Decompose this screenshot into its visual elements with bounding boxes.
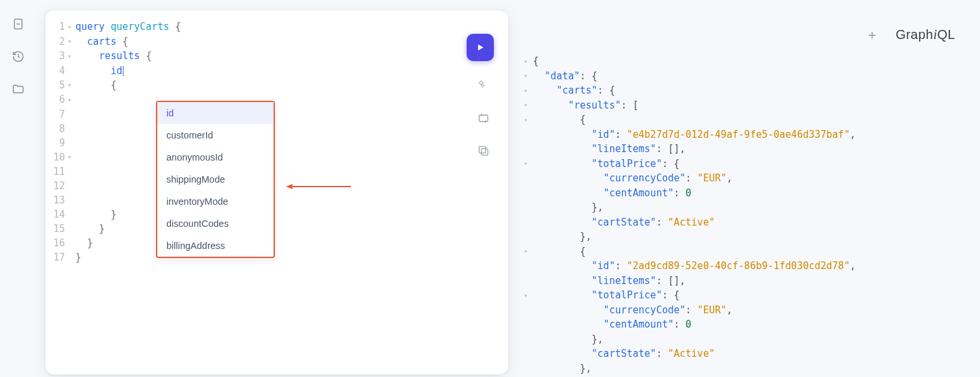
main-area: 1▾query queryCarts {2▾ carts {3▾ results…: [36, 0, 980, 377]
graphiql-logo: GraphiQL: [896, 27, 955, 42]
folder-icon[interactable]: [11, 82, 25, 96]
query-editor[interactable]: 1▾query queryCarts {2▾ carts {3▾ results…: [45, 20, 508, 265]
merge-icon[interactable]: [477, 112, 490, 125]
svg-rect-2: [479, 115, 487, 122]
prettify-icon[interactable]: [477, 79, 490, 92]
docs-icon[interactable]: [11, 17, 25, 31]
svg-rect-5: [482, 149, 488, 155]
autocomplete-popup[interactable]: idcustomerIdanonymousIdshippingModeinven…: [156, 101, 275, 258]
autocomplete-item[interactable]: shippingMode: [157, 168, 274, 190]
response-json-viewer[interactable]: ▾{▾ "data": {▾ "carts": {▾ "results": [▾…: [524, 54, 974, 376]
left-icon-rail: [0, 0, 36, 377]
editor-tool-column: [477, 79, 490, 157]
autocomplete-item[interactable]: billingAddress: [157, 235, 274, 257]
autocomplete-item[interactable]: inventoryMode: [157, 190, 274, 213]
autocomplete-item[interactable]: customerId: [157, 124, 274, 146]
autocomplete-item[interactable]: anonymousId: [157, 146, 274, 168]
svg-marker-8: [286, 184, 292, 189]
response-panel: ＋ GraphiQL ▾{▾ "data": {▾ "carts": {▾ "r…: [508, 10, 980, 377]
history-icon[interactable]: [11, 49, 25, 64]
query-editor-panel: 1▾query queryCarts {2▾ carts {3▾ results…: [45, 10, 508, 374]
new-tab-button[interactable]: ＋: [860, 23, 884, 46]
execute-query-button[interactable]: [467, 34, 494, 61]
copy-icon[interactable]: [477, 144, 490, 157]
play-icon: [475, 42, 485, 53]
autocomplete-item[interactable]: id: [157, 102, 274, 124]
svg-rect-6: [479, 146, 485, 153]
annotation-arrow: [286, 183, 351, 190]
autocomplete-item[interactable]: discountCodes: [157, 213, 274, 235]
